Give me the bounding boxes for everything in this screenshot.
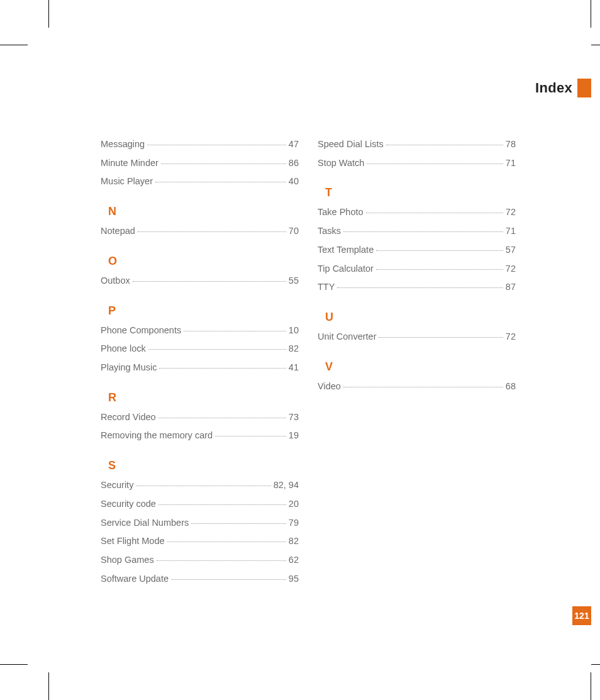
leader-dots	[343, 387, 503, 387]
leader-dots	[215, 436, 286, 436]
index-entry: Text Template57	[318, 241, 516, 260]
index-entry: Set Flight Mode82	[101, 532, 299, 551]
index-entry: Record Video73	[101, 408, 299, 427]
leader-dots	[171, 579, 286, 580]
index-entry-pages: 82	[289, 532, 299, 551]
index-entry-label: Music Player	[101, 172, 153, 191]
leader-dots	[191, 523, 286, 524]
index-entry-pages: 72	[506, 328, 516, 347]
index-entry-label: Messaging	[101, 135, 145, 154]
index-entry: Removing the memory card19	[101, 426, 299, 445]
index-entry: Phone lock82	[101, 340, 299, 358]
section-letter: U	[325, 311, 516, 324]
index-entry: Minute Minder86	[101, 154, 299, 173]
page-number-badge: 121	[572, 606, 591, 625]
index-entry-label: Record Video	[101, 408, 156, 427]
index-entry-pages: 79	[289, 514, 299, 533]
index-entry: Outbox55	[101, 272, 299, 291]
section-letter: S	[108, 459, 299, 472]
index-entry-label: Playing Music	[101, 358, 157, 377]
page-title: Index	[535, 80, 572, 96]
running-header: Index	[49, 79, 591, 97]
index-entry-pages: 86	[289, 154, 299, 173]
index-entry-pages: 71	[506, 222, 516, 241]
leader-dots	[376, 250, 503, 251]
leader-dots	[155, 182, 286, 182]
manual-index-page: Index Messaging47Minute Minder86Music Pl…	[0, 0, 600, 700]
index-entry-pages: 73	[289, 408, 299, 427]
leader-dots	[337, 287, 503, 288]
index-entry-pages: 78	[506, 135, 516, 154]
leader-dots	[343, 231, 503, 232]
index-entry-pages: 10	[289, 321, 299, 340]
section-letter: V	[325, 360, 516, 374]
index-entry-label: Tasks	[318, 222, 341, 241]
index-entry-label: Shop Games	[101, 551, 154, 570]
leader-dots	[159, 368, 286, 369]
leader-dots	[379, 337, 503, 338]
index-entry: Software Update95	[101, 570, 299, 589]
section-letter: P	[108, 304, 299, 318]
section-letter: N	[108, 205, 299, 218]
index-entry-pages: 72	[506, 203, 516, 222]
leader-dots	[133, 281, 286, 282]
index-entry-pages: 55	[289, 272, 299, 291]
index-entry-label: Service Dial Numbers	[101, 514, 189, 533]
crop-mark	[48, 672, 49, 700]
crop-mark	[591, 664, 600, 665]
index-entry-pages: 72	[506, 260, 516, 279]
index-entry-pages: 47	[289, 135, 299, 154]
leader-dots	[158, 504, 286, 505]
leader-dots	[376, 269, 503, 270]
index-entry: Security code20	[101, 495, 299, 514]
index-entry-pages: 57	[506, 241, 516, 260]
index-entry-label: Set Flight Mode	[101, 532, 165, 551]
index-entry: Tip Calculator72	[318, 260, 516, 279]
section-letter: O	[108, 255, 299, 268]
leader-dots	[367, 164, 503, 164]
leader-dots	[148, 349, 286, 350]
index-entry: TTY87	[318, 278, 516, 297]
index-entry: Take Photo72	[318, 203, 516, 222]
leader-dots	[136, 486, 270, 486]
index-entry: Speed Dial Lists78	[318, 135, 516, 154]
index-entry: Shop Games62	[101, 551, 299, 570]
index-column-left: Messaging47Minute Minder86Music Player40…	[101, 135, 299, 589]
leader-dots	[138, 231, 286, 232]
index-entry: Music Player40	[101, 172, 299, 191]
index-entry-label: TTY	[318, 278, 335, 297]
index-entry-label: Software Update	[101, 570, 169, 589]
leader-dots	[366, 213, 503, 213]
crop-mark	[0, 664, 28, 665]
section-letter: R	[108, 391, 299, 404]
index-entry-label: Speed Dial Lists	[318, 135, 384, 154]
index-content: Messaging47Minute Minder86Music Player40…	[101, 135, 516, 589]
index-entry-label: Outbox	[101, 272, 130, 291]
index-entry-pages: 62	[289, 551, 299, 570]
index-entry-label: Minute Minder	[101, 154, 158, 173]
index-entry-pages: 82, 94	[274, 476, 299, 495]
index-entry: Phone Components10	[101, 321, 299, 340]
index-entry-label: Stop Watch	[318, 154, 364, 173]
index-entry-pages: 95	[289, 570, 299, 589]
index-entry-pages: 82	[289, 340, 299, 358]
index-entry-label: Security code	[101, 495, 156, 514]
index-entry: Notepad70	[101, 222, 299, 241]
index-entry-label: Removing the memory card	[101, 426, 213, 445]
crop-mark	[48, 0, 49, 28]
page-number: 121	[574, 611, 589, 621]
index-entry-pages: 40	[289, 172, 299, 191]
index-entry: Tasks71	[318, 222, 516, 241]
index-entry: Service Dial Numbers79	[101, 514, 299, 533]
index-entry-label: Phone lock	[101, 340, 146, 358]
leader-dots	[386, 145, 503, 145]
crop-mark	[591, 45, 600, 45]
index-entry-pages: 71	[506, 154, 516, 173]
index-entry: Messaging47	[101, 135, 299, 154]
index-entry: Video68	[318, 377, 516, 396]
index-entry: Stop Watch71	[318, 154, 516, 173]
index-entry-pages: 41	[289, 358, 299, 377]
index-entry-label: Notepad	[101, 222, 135, 241]
index-entry-pages: 68	[506, 377, 516, 396]
leader-dots	[158, 418, 286, 418]
